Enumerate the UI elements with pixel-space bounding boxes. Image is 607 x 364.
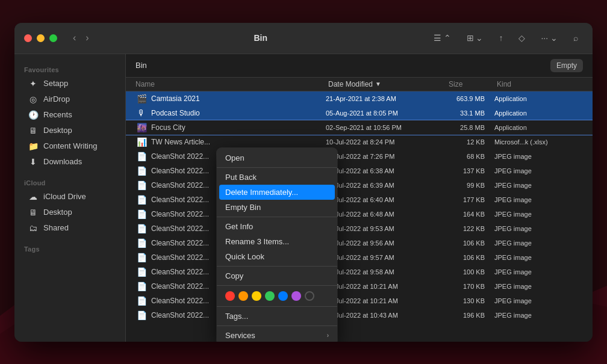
sidebar-item-label: Desktop	[43, 126, 72, 135]
table-row[interactable]: 🎙 Podcast Studio 05-Aug-2021 at 8:05 PM …	[126, 106, 593, 120]
search-button[interactable]: ⌕	[568, 31, 583, 45]
file-size: 68 KB	[446, 153, 494, 160]
table-row[interactable]: 📄 CleanShot 2022... 16-Jul-2022 at 10:43…	[126, 308, 593, 322]
empty-button[interactable]: Empty	[550, 59, 583, 72]
file-date: 16-Jul-2022 at 6:48 AM	[326, 211, 446, 218]
table-row[interactable]: 📄 CleanShot 2022... 16-Jul-2022 at 9:57 …	[126, 250, 593, 265]
col-date-header[interactable]: Date Modified ▼	[328, 80, 449, 88]
downloads-icon: ⬇	[28, 157, 39, 167]
icloud-desktop-icon: 🖥	[28, 208, 39, 217]
list-view-button[interactable]: ☰ ⌃	[429, 31, 456, 45]
file-size: 164 KB	[446, 211, 494, 218]
file-size: 106 KB	[446, 239, 494, 247]
favourites-section-title: Favourites	[14, 61, 125, 76]
file-kind: JPEG image	[494, 167, 583, 174]
ctx-tags[interactable]: Tags...	[217, 309, 337, 324]
file-kind: JPEG image	[494, 297, 583, 304]
ctx-empty-bin[interactable]: Empty Bin	[217, 200, 337, 215]
tag-button[interactable]: ◇	[514, 31, 530, 45]
table-row[interactable]: 📄 CleanShot 2022... 16-Jul-2022 at 10:21…	[126, 279, 593, 294]
color-dot-3[interactable]	[265, 291, 275, 301]
file-icon: 📄	[135, 224, 148, 233]
sidebar-item-airdrop[interactable]: ◎ AirDrop	[18, 91, 122, 107]
grid-view-button[interactable]: ⊞ ⌄	[462, 31, 488, 45]
table-row[interactable]: 📄 CleanShot 2022... 16-Jul-2022 at 6:48 …	[126, 207, 593, 221]
sidebar-item-setapp[interactable]: ✦ Setapp	[18, 76, 122, 91]
table-row[interactable]: 🌆 Focus City 02-Sep-2021 at 10:56 PM 25.…	[126, 120, 593, 135]
ctx-copy[interactable]: Copy	[217, 268, 337, 283]
file-date: 16-Jul-2022 at 6:39 AM	[326, 182, 446, 189]
tags-section-title: Tags	[14, 241, 125, 255]
file-date: 05-Aug-2021 at 8:05 PM	[326, 110, 446, 117]
toolbar-right: ☰ ⌃ ⊞ ⌄ ↑ ◇ ··· ⌄ ⌕	[429, 31, 583, 45]
window-title: Bin	[100, 33, 422, 43]
file-size: 196 KB	[446, 312, 494, 319]
ctx-rename[interactable]: Rename 3 Items...	[217, 234, 337, 249]
file-kind: JPEG image	[494, 254, 583, 261]
table-row[interactable]: 📄 CleanShot 2022... 16-Jul-2022 at 6:40 …	[126, 193, 593, 207]
sidebar-item-label: iCloud Drive	[43, 192, 86, 201]
color-dot-6[interactable]	[305, 291, 314, 301]
back-button[interactable]: ‹	[69, 30, 79, 46]
col-name-header[interactable]: Name	[135, 80, 328, 88]
close-button[interactable]	[24, 34, 32, 42]
sidebar-item-shared[interactable]: 🗂 Shared	[18, 220, 122, 236]
color-dot-2[interactable]	[252, 291, 261, 301]
ctx-delete-immediately[interactable]: Delete Immediately...	[219, 185, 335, 200]
share-button[interactable]: ↑	[494, 31, 508, 45]
nav-buttons: ‹ ›	[69, 30, 93, 46]
table-row[interactable]: 📄 CleanShot 2022... 16-Jul-2022 at 9:53 …	[126, 221, 593, 236]
ctx-get-info[interactable]: Get Info	[217, 219, 337, 234]
sidebar-item-label: Downloads	[43, 157, 82, 166]
color-dot-0[interactable]	[225, 291, 235, 301]
sidebar-item-icloud-drive[interactable]: ☁ iCloud Drive	[18, 189, 122, 205]
file-kind: JPEG image	[494, 312, 583, 319]
sidebar-item-label: AirDrop	[43, 94, 70, 103]
file-kind: JPEG image	[494, 153, 583, 160]
ctx-separator-3	[217, 266, 337, 267]
file-date: 16-Jul-2022 at 9:58 AM	[326, 268, 446, 276]
file-icon: 📄	[135, 180, 148, 190]
col-kind-header[interactable]: Kind	[497, 80, 583, 88]
ctx-open[interactable]: Open	[217, 150, 337, 165]
file-kind: Application	[494, 124, 583, 131]
sidebar-item-label: Desktop	[43, 208, 72, 217]
ctx-services[interactable]: Services›	[217, 328, 337, 342]
file-date: 16-Jul-2022 at 9:57 AM	[326, 254, 446, 261]
sidebar: Favourites ✦ Setapp ◎ AirDrop 🕐 Recents …	[14, 54, 126, 342]
table-row[interactable]: 📄 CleanShot 2022... 16-Jul-2022 at 6:39 …	[126, 178, 593, 193]
file-size: 12 KB	[446, 138, 494, 146]
color-dot-4[interactable]	[278, 291, 288, 301]
chevron-right-icon: ›	[327, 332, 329, 339]
maximize-button[interactable]	[49, 34, 57, 42]
file-kind: JPEG image	[494, 268, 583, 276]
table-row[interactable]: 📄 CleanShot 2022... 15-Jul-2022 at 7:26 …	[126, 149, 593, 164]
table-row[interactable]: 📄 CleanShot 2022... 16-Jul-2022 at 9:56 …	[126, 236, 593, 250]
ctx-put-back[interactable]: Put Back	[217, 170, 337, 185]
file-kind: JPEG image	[494, 225, 583, 232]
file-date: 16-Jul-2022 at 10:43 AM	[326, 312, 446, 319]
color-dot-5[interactable]	[291, 291, 301, 301]
col-size-header[interactable]: Size	[449, 80, 497, 88]
table-row[interactable]: 🎬 Camtasia 2021 21-Apr-2021 at 2:38 AM 6…	[126, 91, 593, 106]
file-icon: 📄	[135, 296, 148, 306]
file-size: 100 KB	[446, 268, 494, 276]
ctx-quick-look[interactable]: Quick Look	[217, 249, 337, 264]
color-dot-1[interactable]	[238, 291, 248, 301]
ctx-separator-5	[217, 306, 337, 307]
shared-icon: 🗂	[28, 223, 39, 233]
more-button[interactable]: ··· ⌄	[536, 31, 562, 45]
sidebar-item-recents[interactable]: 🕐 Recents	[18, 107, 122, 123]
sidebar-item-downloads[interactable]: ⬇ Downloads	[18, 154, 122, 170]
sidebar-item-desktop[interactable]: 🖥 Desktop	[18, 123, 122, 138]
table-row[interactable]: 📄 CleanShot 2022... 16-Jul-2022 at 6:38 …	[126, 164, 593, 178]
table-row[interactable]: 📄 CleanShot 2022... 16-Jul-2022 at 10:21…	[126, 294, 593, 308]
forward-button[interactable]: ›	[82, 30, 92, 46]
minimize-button[interactable]	[37, 34, 45, 42]
sidebar-item-icloud-desktop[interactable]: 🖥 Desktop	[18, 205, 122, 220]
file-icon: 📄	[135, 238, 148, 248]
sidebar-item-content-writing[interactable]: 📁 Content Writing	[18, 138, 122, 154]
file-size: 137 KB	[446, 167, 494, 174]
table-row[interactable]: 📄 CleanShot 2022... 16-Jul-2022 at 9:58 …	[126, 265, 593, 279]
table-row[interactable]: 📊 TW News Article... 10-Jul-2022 at 8:24…	[126, 135, 593, 149]
